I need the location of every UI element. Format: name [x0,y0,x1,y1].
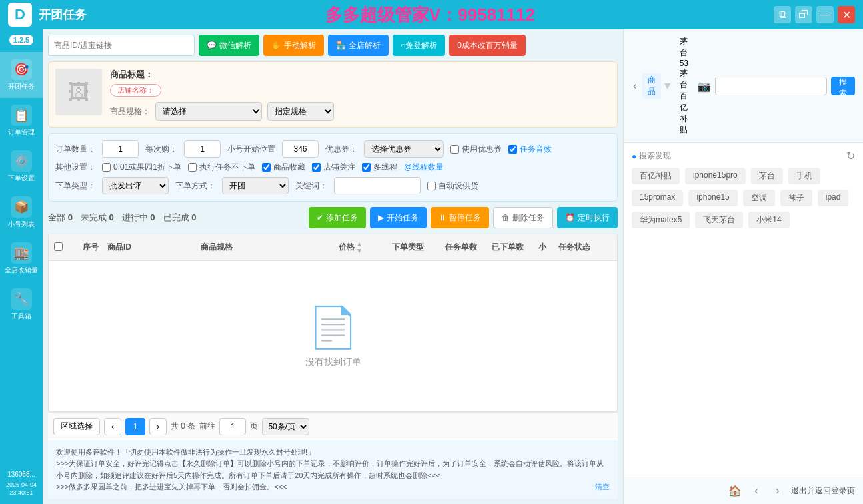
footer-home-button[interactable]: 🏠 [727,483,743,499]
sidebar-item-gongju[interactable]: 🔧 工具箱 [0,282,43,328]
delete-task-button[interactable]: 🗑 删除任务 [493,207,553,228]
camera-icon[interactable]: 📷 [698,80,711,93]
maximize-button[interactable]: 🗗 [795,6,812,23]
manual-parse-button[interactable]: ✋ 手动解析 [263,35,324,56]
select-all-checkbox[interactable] [54,242,63,251]
pause-task-button[interactable]: ⏸ 暂停任务 [431,207,489,228]
tag-item[interactable]: 空调 [743,190,775,206]
task-sound-label[interactable]: 任务音效 [508,144,552,155]
coupon-select[interactable]: 选择优惠券 [364,140,444,158]
goto-page-input[interactable] [219,418,246,435]
close-button[interactable]: ✕ [838,6,855,23]
tag-item[interactable]: iphone15pro [685,168,746,184]
start-task-button[interactable]: ▶ 开始任务 [370,207,427,228]
order-qty-label: 订单数量： [55,144,95,155]
use-coupon-label[interactable]: 使用优惠券 [450,144,502,155]
tag-item[interactable]: 15promax [632,190,683,206]
schedule-label: 定时执行 [578,212,610,224]
footer-back-button[interactable]: ‹ [748,483,764,499]
footer-forward-button[interactable]: › [770,483,786,499]
tag-item[interactable]: ipad [818,190,849,206]
not-exec-checkbox[interactable] [188,163,197,172]
app-title: 开团任务 [39,7,87,23]
multi-line-checkbox[interactable] [362,163,371,172]
tag-item[interactable]: 小米14 [748,212,789,228]
schedule-task-button[interactable]: ⏰ 定时执行 [557,207,618,228]
per-page-select[interactable]: 50条/页 [262,418,309,435]
wechat-label: 微信解析 [219,40,251,51]
use-coupon-checkbox[interactable] [450,145,459,154]
spec-select[interactable]: 请选择 [155,102,262,121]
auto-supply-checkbox[interactable] [427,182,436,190]
favorite-checkbox[interactable] [262,163,271,172]
sidebar-item-xiaohao[interactable]: 📦 小号列表 [0,190,43,236]
nav-product-detail[interactable]: 茅台53茅台百亿补贴 [674,35,694,137]
minimize-button[interactable]: — [816,6,834,23]
task-sound-checkbox[interactable] [508,145,517,154]
order-settings: 订单数量： 每次购： 小号开始位置 优惠券： 选择优惠券 使用优惠券 [48,133,618,202]
wechat-parse-button[interactable]: 💬 微信解析 [199,35,259,56]
keyword-label: 关键词： [295,180,327,192]
refresh-icon[interactable]: ↻ [846,150,855,162]
sidebar-item-quandian[interactable]: 🏬 全店改销量 [0,236,43,282]
tag-item[interactable]: 华为matex5 [632,212,690,228]
right-search-button[interactable]: 搜索 [831,77,855,95]
spec-type-select[interactable]: 指定规格 [267,102,334,121]
tag-item[interactable]: 飞天茅台 [695,212,743,228]
discount-label[interactable]: 0.01或果园1折下单 [102,162,181,173]
per-buy-input[interactable] [184,140,221,158]
favorite-text: 商品收藏 [273,162,305,173]
sidebar-item-xiashe[interactable]: ⚙️ 下单设置 [0,144,43,190]
sidebar-label-dingdan: 订单管理 [8,128,35,137]
sidebar-label-kaituan: 开团任务 [8,82,35,91]
right-search-input[interactable] [715,77,827,95]
next-page-button[interactable]: › [149,418,167,435]
clear-notice-button[interactable]: 清空 [595,481,610,493]
tag-item[interactable]: 手机 [788,168,820,184]
right-panel: ‹ 商品 ▼ 茅台53茅台百亿补贴 📷 搜索 ● 搜索发现 ↻ [623,29,863,504]
inprogress-value: 0 [150,212,155,222]
prev-page-button[interactable]: ‹ [104,418,121,435]
discount-checkbox[interactable] [102,163,111,172]
logout-button[interactable]: 退出并返回登录页 [791,485,855,497]
zero-cost-button[interactable]: 0成本改百万销量 [449,35,526,56]
right-back-button[interactable]: ‹ [632,78,638,94]
order-qty-input[interactable] [102,140,139,158]
dingdan-icon: 📋 [11,105,32,126]
search-input[interactable] [48,35,195,56]
use-coupon-text: 使用优惠券 [462,144,502,155]
start-pos-input[interactable] [282,140,319,158]
tag-item[interactable]: iphone15 [688,190,737,206]
follow-shop-checkbox[interactable] [312,163,321,172]
order-type-select[interactable]: 批发出评 [102,177,169,194]
image-placeholder-icon: 🖼 [68,80,89,105]
tag-item[interactable]: 茅台 [751,168,783,184]
shop-icon: 🏪 [336,41,346,50]
line-count-link[interactable]: @线程数量 [404,162,444,173]
free-parse-button[interactable]: ○免登解析 [393,35,445,56]
header-done: 已下单数 [492,242,538,253]
tag-item[interactable]: 袜子 [780,190,812,206]
sidebar-item-kaituan[interactable]: 🎯 开团任务 [0,52,43,98]
discount-text: 0.01或果园1折下单 [113,162,181,173]
order-method-select[interactable]: 开团 [222,177,289,194]
header-check [54,242,74,254]
shop-parse-button[interactable]: 🏪 全店解析 [328,35,389,56]
keyword-input[interactable] [334,177,421,194]
add-icon: ✔ [317,213,323,222]
not-exec-label[interactable]: 执行任务不下单 [188,162,255,173]
auto-supply-label[interactable]: 自动设供货 [427,180,478,192]
header-status: 任务状态 [558,242,612,253]
follow-shop-label[interactable]: 店铺关注 [312,162,355,173]
shop-name-badge: 店铺名称： [110,84,161,97]
nav-product[interactable]: 商品 [642,73,661,99]
restore-button[interactable]: ⧉ [774,6,791,23]
sidebar-item-dingdan[interactable]: 📋 订单管理 [0,98,43,144]
add-task-button[interactable]: ✔ 添加任务 [309,207,366,228]
pagination-bar: 区域选择 ‹ 1 › 共 0 条 前往 页 50条/页 [48,412,618,441]
search-discover-label: ● 搜索发现 ↻ [632,150,855,162]
tag-item[interactable]: 百亿补贴 [632,168,680,184]
multi-line-label[interactable]: 多线程 [362,162,397,173]
favorite-label[interactable]: 商品收藏 [262,162,305,173]
region-select-button[interactable]: 区域选择 [53,418,100,435]
